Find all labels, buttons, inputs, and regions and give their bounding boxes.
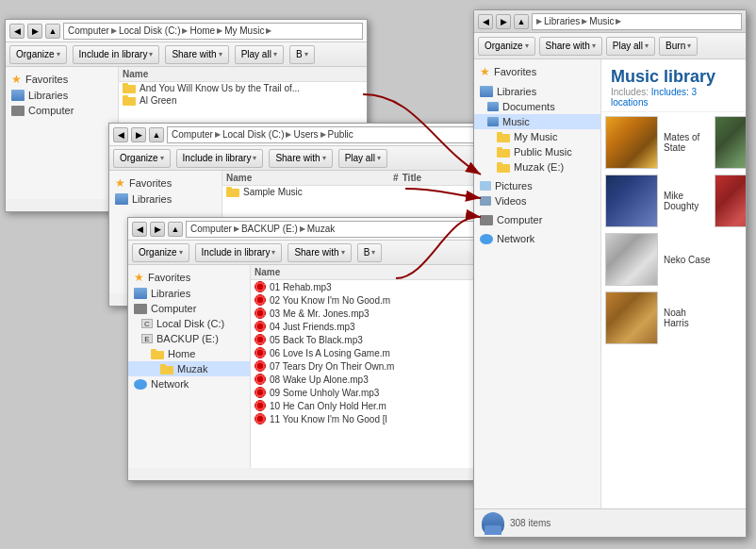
include-library-btn-2[interactable]: Include in library bbox=[176, 149, 264, 168]
ml-back-btn[interactable]: ◀ bbox=[478, 14, 493, 29]
ml-network[interactable]: Network bbox=[474, 231, 600, 246]
back-btn-1[interactable]: ◀ bbox=[9, 24, 25, 39]
ml-sidebar: ★ Favorites Libraries Documents Music My… bbox=[474, 59, 601, 508]
track-6[interactable]: 06 Love Is A Losing Game.m bbox=[251, 346, 503, 359]
up-btn-1[interactable]: ▲ bbox=[45, 24, 60, 39]
music-icon-8 bbox=[255, 374, 266, 385]
library-icon bbox=[11, 90, 25, 101]
organize-btn-3[interactable]: Organize bbox=[132, 243, 189, 262]
ml-doc-label: Documents bbox=[502, 101, 555, 112]
back-btn-2[interactable]: ◀ bbox=[113, 127, 128, 142]
lib-icon-3 bbox=[134, 288, 147, 299]
track-11[interactable]: 11 You Know I'm No Good [l bbox=[251, 412, 503, 425]
ml-videos[interactable]: Videos bbox=[474, 193, 600, 208]
favorites-3[interactable]: ★ Favorites bbox=[128, 269, 250, 286]
track-10[interactable]: 10 He Can Only Hold Her.m bbox=[251, 399, 503, 412]
album-row-2: Mike Doughty Mik bbox=[605, 175, 742, 227]
local-disk-3[interactable]: C Local Disk (C:) bbox=[128, 316, 250, 331]
ml-organize-btn[interactable]: Organize bbox=[478, 37, 535, 56]
burn-btn-3[interactable]: B bbox=[357, 243, 383, 262]
up-btn-2[interactable]: ▲ bbox=[149, 127, 164, 142]
ml-muzak-e[interactable]: Muzak (E:) bbox=[474, 159, 600, 175]
ml-pictures[interactable]: Pictures bbox=[474, 178, 600, 193]
music-icon-1 bbox=[255, 281, 266, 292]
track-3[interactable]: 03 Me & Mr. Jones.mp3 bbox=[251, 307, 503, 320]
play-btn-2[interactable]: Play all bbox=[338, 149, 387, 168]
ml-my-music[interactable]: My Music bbox=[474, 129, 600, 144]
track-9[interactable]: 09 Some Unholy War.mp3 bbox=[251, 386, 503, 399]
computer-3[interactable]: Computer bbox=[128, 301, 250, 316]
album-item-3[interactable]: Mike Doughty bbox=[605, 175, 711, 227]
ml-burn-btn[interactable]: Burn bbox=[659, 37, 698, 56]
ml-play-btn[interactable]: Play all bbox=[606, 37, 655, 56]
label: Libraries bbox=[132, 193, 172, 205]
ml-star-icon: ★ bbox=[480, 65, 490, 78]
album-item-2[interactable]: matt pond bbox=[715, 116, 746, 169]
album-thumb-6 bbox=[605, 291, 658, 344]
track-name-8: 08 Wake Up Alone.mp3 bbox=[270, 374, 369, 385]
track-4[interactable]: 04 Just Friends.mp3 bbox=[251, 320, 503, 333]
col-headers-1: Name bbox=[119, 67, 367, 82]
album-name-1: Mates of State bbox=[664, 132, 711, 153]
backup-3[interactable]: E BACKUP (E:) bbox=[128, 331, 250, 346]
libraries-3[interactable]: Libraries bbox=[128, 286, 250, 301]
computer-1[interactable]: Computer bbox=[6, 103, 118, 118]
album-thumb-2 bbox=[715, 116, 746, 169]
ml-music-lib[interactable]: Music bbox=[474, 114, 600, 129]
ml-libraries[interactable]: Libraries bbox=[474, 84, 600, 99]
music-library-window: ◀ ▶ ▲ ▶ Libraries ▶ Music ▶ Organize Sha… bbox=[473, 9, 747, 538]
track-8[interactable]: 08 Wake Up Alone.mp3 bbox=[251, 373, 503, 386]
file-item-algreen[interactable]: Al Green bbox=[119, 94, 367, 107]
ml-locations-link[interactable]: Includes: 3 locations bbox=[611, 87, 697, 108]
up-btn-3[interactable]: ▲ bbox=[168, 222, 183, 237]
path-part: Users bbox=[293, 129, 318, 140]
share-btn-2[interactable]: Share with bbox=[269, 149, 332, 168]
album-item-1[interactable]: Mates of State bbox=[605, 116, 711, 169]
favorites-1[interactable]: ★ Favorites bbox=[6, 71, 118, 88]
organize-btn-1[interactable]: Organize bbox=[9, 45, 67, 64]
include-library-btn-3[interactable]: Include in library bbox=[195, 243, 283, 262]
ml-up-btn[interactable]: ▲ bbox=[514, 14, 529, 29]
include-library-btn-1[interactable]: Include in library bbox=[73, 45, 160, 64]
favorites-2[interactable]: ★ Favorites bbox=[109, 175, 222, 191]
ml-share-btn[interactable]: Share with bbox=[539, 37, 602, 56]
track-5[interactable]: 05 Back To Black.mp3 bbox=[251, 333, 503, 346]
file-item-1[interactable]: And You Will Know Us by the Trail of... bbox=[119, 82, 367, 94]
share-btn-3[interactable]: Share with bbox=[288, 243, 351, 262]
play-btn-1[interactable]: Play all bbox=[235, 45, 284, 64]
ml-favorites[interactable]: ★ Favorites bbox=[474, 63, 600, 80]
forward-btn-2[interactable]: ▶ bbox=[131, 127, 146, 142]
libraries-2[interactable]: Libraries bbox=[109, 191, 222, 207]
network-3[interactable]: Network bbox=[128, 376, 250, 391]
album-item-5[interactable]: Neko Case bbox=[605, 233, 711, 286]
col-headers-2: Name # Title bbox=[222, 171, 485, 186]
sample-music-folder[interactable]: Sample Music bbox=[222, 186, 485, 198]
muzak-3[interactable]: Muzak bbox=[128, 361, 250, 376]
forward-btn-3[interactable]: ▶ bbox=[150, 222, 165, 237]
track-1[interactable]: 01 Rehab.mp3 bbox=[251, 280, 503, 293]
ml-forward-btn[interactable]: ▶ bbox=[496, 14, 511, 29]
sidebar-1: ★ Favorites Libraries Computer bbox=[6, 67, 119, 199]
album-name-6: Noah Harris bbox=[664, 308, 711, 328]
ml-computer[interactable]: Computer bbox=[474, 212, 600, 227]
ml-muzakfolder-icon bbox=[497, 162, 510, 173]
home-3[interactable]: Home bbox=[128, 346, 250, 361]
album-item-4[interactable]: Mik bbox=[715, 175, 746, 227]
burn-btn-1[interactable]: B bbox=[289, 45, 315, 64]
share-btn-1[interactable]: Share with bbox=[165, 45, 228, 64]
name-col-3: Name bbox=[255, 267, 280, 277]
forward-btn-1[interactable]: ▶ bbox=[27, 24, 42, 39]
ml-documents[interactable]: Documents bbox=[474, 99, 600, 114]
organize-btn-2[interactable]: Organize bbox=[113, 149, 171, 168]
track-2[interactable]: 02 You Know I'm No Good.m bbox=[251, 293, 503, 307]
back-btn-3[interactable]: ◀ bbox=[132, 222, 147, 237]
album-item-6[interactable]: Noah Harris bbox=[605, 291, 711, 344]
track-7[interactable]: 07 Tears Dry On Their Own.m bbox=[251, 359, 503, 373]
ml-main: Music library Includes: Includes: 3 loca… bbox=[601, 59, 746, 508]
sample-music-label: Sample Music bbox=[243, 187, 303, 197]
ml-path: ▶ Libraries ▶ Music ▶ bbox=[532, 13, 742, 30]
libraries-1[interactable]: Libraries bbox=[6, 88, 118, 103]
track-name-5: 05 Back To Black.mp3 bbox=[270, 335, 363, 345]
star-icon: ★ bbox=[11, 73, 22, 86]
ml-public-music[interactable]: Public Music bbox=[474, 144, 600, 159]
